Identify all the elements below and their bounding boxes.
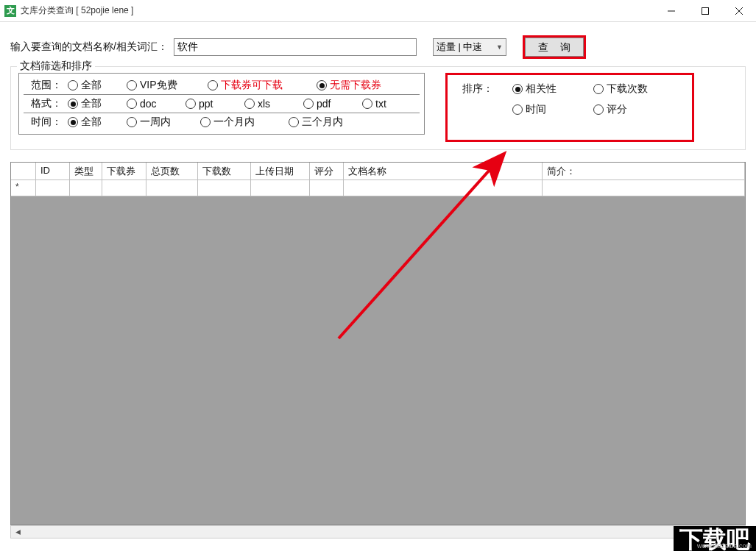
col-ticket[interactable]: 下载券 <box>102 163 146 179</box>
grid-header: ID 类型 下载券 总页数 下载数 上传日期 评分 文档名称 简介： <box>11 163 745 180</box>
format-row: 格式： 全部 doc ppt xls pdf txt <box>24 95 420 113</box>
time-all[interactable]: 全部 <box>68 115 127 129</box>
close-button[interactable] <box>722 0 756 22</box>
filter-fieldset-title: 文档筛选和排序 <box>17 60 95 73</box>
query-button[interactable]: 查 询 <box>525 38 584 57</box>
search-row: 输入要查询的文档名称/相关词汇： 适量 | 中速 ▼ 查 询 <box>10 35 746 59</box>
scope-vip[interactable]: VIP免费 <box>127 79 208 92</box>
format-xls[interactable]: xls <box>244 98 303 110</box>
scope-ticket[interactable]: 下载券可下载 <box>208 79 317 92</box>
format-ppt[interactable]: ppt <box>186 98 244 110</box>
col-pages[interactable]: 总页数 <box>146 163 198 179</box>
search-label: 输入要查询的文档名称/相关词汇： <box>10 40 168 54</box>
scroll-left-icon[interactable]: ◀ <box>11 526 24 538</box>
query-button-highlight: 查 询 <box>523 35 586 59</box>
time-label: 时间： <box>24 115 68 129</box>
app-icon: 文 <box>4 5 16 17</box>
titlebar: 文 文库分类查询 [ 52pojie lene ] <box>0 0 756 22</box>
format-txt[interactable]: txt <box>362 98 406 110</box>
col-docname[interactable]: 文档名称 <box>344 163 543 179</box>
col-marker[interactable] <box>11 163 36 179</box>
sort-row-2: 时间 评分 <box>462 103 677 116</box>
watermark-url: www.xiazaiba.com <box>697 542 752 550</box>
format-all[interactable]: 全部 <box>68 97 127 110</box>
col-desc[interactable]: 简介： <box>543 163 745 179</box>
search-input[interactable] <box>174 38 417 56</box>
filter-fieldset: 文档筛选和排序 范围： 全部 VIP免费 下载券可下载 无需下载券 格式： 全部… <box>10 66 746 150</box>
col-score[interactable]: 评分 <box>310 163 344 179</box>
row-marker: * <box>11 180 36 196</box>
format-doc[interactable]: doc <box>127 98 186 110</box>
sort-box-highlight: 排序： 相关性 下载次数 时间 评分 <box>445 73 694 142</box>
scope-row: 范围： 全部 VIP免费 下载券可下载 无需下载券 <box>24 77 420 95</box>
col-downloads[interactable]: 下载数 <box>198 163 251 179</box>
sort-downloads[interactable]: 下载次数 <box>593 82 667 96</box>
format-label: 格式： <box>24 97 68 110</box>
col-date[interactable]: 上传日期 <box>251 163 310 179</box>
chevron-down-icon: ▼ <box>496 43 503 51</box>
scope-noticket[interactable]: 无需下载券 <box>317 79 405 92</box>
col-id[interactable]: ID <box>36 163 70 179</box>
time-3month[interactable]: 三个月内 <box>289 115 377 129</box>
sort-row-1: 排序： 相关性 下载次数 <box>462 82 677 96</box>
time-week[interactable]: 一周内 <box>127 115 200 129</box>
sort-label: 排序： <box>462 82 498 96</box>
format-pdf[interactable]: pdf <box>303 98 362 110</box>
mode-select[interactable]: 适量 | 中速 ▼ <box>433 38 506 56</box>
scope-label: 范围： <box>24 79 68 92</box>
filter-box: 范围： 全部 VIP免费 下载券可下载 无需下载券 格式： 全部 doc ppt… <box>18 73 425 135</box>
maximize-button[interactable] <box>688 0 722 22</box>
col-type[interactable]: 类型 <box>70 163 102 179</box>
mode-select-value: 适量 | 中速 <box>437 40 483 54</box>
minimize-button[interactable] <box>654 0 688 22</box>
sort-rating[interactable]: 评分 <box>593 103 667 116</box>
scope-all[interactable]: 全部 <box>68 79 127 92</box>
sort-time[interactable]: 时间 <box>512 103 579 116</box>
horizontal-scrollbar[interactable]: ◀ ▶ <box>10 525 746 538</box>
grid-empty-area <box>11 196 745 525</box>
grid-empty-row[interactable]: * <box>11 180 745 196</box>
time-row: 时间： 全部 一周内 一个月内 三个月内 <box>24 113 420 131</box>
svg-rect-1 <box>702 7 709 14</box>
sort-relevance[interactable]: 相关性 <box>512 82 579 96</box>
results-grid: ID 类型 下载券 总页数 下载数 上传日期 评分 文档名称 简介： * <box>10 162 746 525</box>
window-title: 文库分类查询 [ 52pojie lene ] <box>21 4 133 17</box>
time-month[interactable]: 一个月内 <box>200 115 289 129</box>
